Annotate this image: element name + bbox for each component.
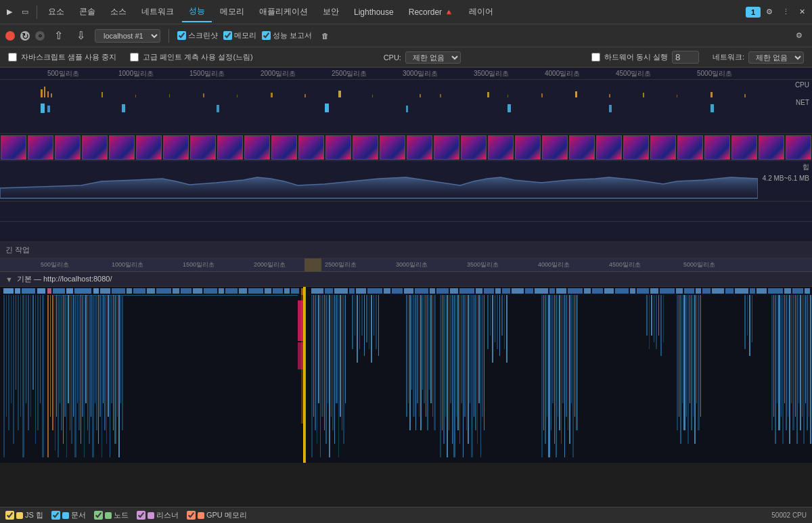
legend-nodes-checkbox[interactable] xyxy=(94,511,103,520)
device-toggle-btn[interactable]: ▭ xyxy=(18,5,32,19)
svg-rect-141 xyxy=(77,295,78,403)
filmstrip-frame[interactable] xyxy=(461,135,487,160)
filmstrip-frame[interactable] xyxy=(704,135,730,160)
legend-nodes[interactable]: 노드 xyxy=(94,510,129,520)
filmstrip-frame[interactable] xyxy=(759,135,784,160)
main-ruler[interactable]: 500밀리초 1000밀리초 1500밀리초 2000밀리초 2500밀리초 3… xyxy=(0,258,812,272)
tab-elements[interactable]: 요소 xyxy=(41,2,71,22)
paint-checkbox[interactable] xyxy=(130,53,139,62)
filmstrip-frame[interactable] xyxy=(325,135,351,160)
svg-rect-244 xyxy=(490,295,491,336)
upload-btn[interactable]: ⇧ xyxy=(50,26,67,45)
memory-checkbox[interactable] xyxy=(223,31,232,40)
filmstrip-frame[interactable] xyxy=(217,135,243,160)
tab-lighthouse[interactable]: Lighthouse xyxy=(347,3,401,21)
filmstrip-frame[interactable] xyxy=(163,135,189,160)
delete-btn[interactable]: 🗑 xyxy=(317,29,333,43)
memory-panel[interactable]: 힙 4.2 MB~6.1 MB xyxy=(0,161,812,202)
filmstrip-frame[interactable] xyxy=(190,135,216,160)
settings-gear-btn[interactable]: ⚙ xyxy=(762,5,777,19)
js-samples-setting[interactable]: 자바스크립트 샘플 사용 중지 xyxy=(8,52,116,62)
filmstrip-frame[interactable] xyxy=(650,135,676,160)
svg-rect-216 xyxy=(434,295,436,430)
perf-settings-btn[interactable]: ⚙ xyxy=(792,28,807,43)
filmstrip-frame[interactable] xyxy=(271,135,297,160)
svg-rect-53 xyxy=(219,288,224,294)
legend-docs[interactable]: 문서 xyxy=(51,510,86,520)
track-header[interactable]: ▼ 기본 — http://localhost:8080/ xyxy=(0,272,812,287)
filmstrip-frame[interactable] xyxy=(1,135,26,160)
filmstrip-frame[interactable] xyxy=(596,135,622,160)
legend-js-heap-checkbox[interactable] xyxy=(5,511,14,520)
overview-panel[interactable]: CPU NET xyxy=(0,80,812,134)
filmstrip-frame[interactable] xyxy=(677,135,703,160)
track-collapse-icon[interactable]: ▼ xyxy=(5,275,13,283)
record-btn[interactable] xyxy=(5,31,15,41)
screenshot-checkbox[interactable] xyxy=(177,31,186,40)
filmstrip-frame[interactable] xyxy=(488,135,514,160)
network-select[interactable]: 제한 없음 xyxy=(748,51,804,64)
legend-js-heap[interactable]: JS 힙 xyxy=(5,510,43,520)
flame-chart-area[interactable]: // Generate many flame chart bars across… xyxy=(0,287,812,463)
js-samples-checkbox[interactable] xyxy=(8,53,17,62)
tab-sources[interactable]: 소스 xyxy=(104,2,133,22)
screenshot-checkbox-label[interactable]: 스크린샷 xyxy=(177,30,218,41)
paint-setting[interactable]: 고급 페인트 계측 사용 설정(느림) xyxy=(130,52,253,62)
tab-security[interactable]: 보안 xyxy=(316,2,346,22)
report-checkbox[interactable] xyxy=(262,31,271,40)
filmstrip-frame[interactable] xyxy=(515,135,541,160)
more-options-btn[interactable]: ⋮ xyxy=(778,5,794,19)
svg-rect-294 xyxy=(700,295,701,417)
cpu-select[interactable]: 제한 없음 xyxy=(405,51,461,64)
filmstrip-frame[interactable] xyxy=(380,135,405,160)
tab-network[interactable]: 네트워크 xyxy=(135,2,181,22)
svg-rect-257 xyxy=(551,295,551,430)
filmstrip-frame[interactable] xyxy=(109,135,135,160)
tab-layers[interactable]: 레이어 xyxy=(462,2,500,22)
tab-application[interactable]: 애플리케이션 xyxy=(252,2,315,22)
reload-record-btn[interactable]: ↻ xyxy=(20,31,30,41)
clear-btn[interactable]: ⚬ xyxy=(35,31,45,41)
filmstrip-frame[interactable] xyxy=(542,135,568,160)
download-btn[interactable]: ⇩ xyxy=(72,26,89,45)
filmstrip-frame[interactable] xyxy=(731,135,757,160)
filmstrip-frame[interactable] xyxy=(55,135,81,160)
svg-rect-235 xyxy=(471,295,473,457)
legend-gpu-checkbox[interactable] xyxy=(187,511,196,520)
legend-listeners-checkbox[interactable] xyxy=(137,511,145,520)
svg-rect-282 xyxy=(679,295,679,417)
svg-rect-8 xyxy=(420,94,421,97)
filmstrip-frame[interactable] xyxy=(28,135,53,160)
filmstrip-frame[interactable] xyxy=(353,135,378,160)
filmstrip-frame[interactable] xyxy=(244,135,270,160)
tab-recorder[interactable]: Recorder 🔺 xyxy=(402,3,461,21)
close-btn[interactable]: ✕ xyxy=(795,5,809,19)
legend-docs-checkbox[interactable] xyxy=(51,511,60,520)
report-checkbox-label[interactable]: 성능 보고서 xyxy=(262,30,312,41)
svg-rect-184 xyxy=(340,295,341,417)
filmstrip[interactable]: // Generate filmstrip frames via JS for(… xyxy=(0,134,812,161)
svg-rect-160 xyxy=(110,295,110,457)
tab-performance[interactable]: 성능 xyxy=(182,1,212,22)
filmstrip-frame[interactable] xyxy=(569,135,595,160)
legend-gpu[interactable]: GPU 메모리 xyxy=(187,510,247,520)
hardware-checkbox[interactable] xyxy=(591,53,600,62)
target-select[interactable]: localhost #1 xyxy=(95,29,160,43)
filmstrip-frame[interactable] xyxy=(407,135,432,160)
hardware-input[interactable] xyxy=(672,51,699,64)
timeline-ruler[interactable]: 500밀리초 1000밀리초 1500밀리초 2000밀리초 2500밀리초 3… xyxy=(0,68,812,80)
filmstrip-frame[interactable] xyxy=(82,135,108,160)
select-tool-btn[interactable]: ▶ xyxy=(3,5,16,19)
filmstrip-frame[interactable] xyxy=(298,135,324,160)
svg-rect-194 xyxy=(366,295,367,342)
filmstrip-frame[interactable] xyxy=(623,135,649,160)
legend-listeners[interactable]: 리스너 xyxy=(137,510,179,520)
svg-rect-255 xyxy=(547,295,547,417)
memory-checkbox-label[interactable]: 메모리 xyxy=(223,30,256,41)
filmstrip-frame[interactable] xyxy=(786,135,811,160)
filmstrip-frame[interactable] xyxy=(136,135,162,160)
svg-rect-1 xyxy=(44,87,45,97)
tab-console[interactable]: 콘솔 xyxy=(72,2,102,22)
filmstrip-frame[interactable] xyxy=(434,135,459,160)
tab-memory[interactable]: 메모리 xyxy=(213,2,251,22)
